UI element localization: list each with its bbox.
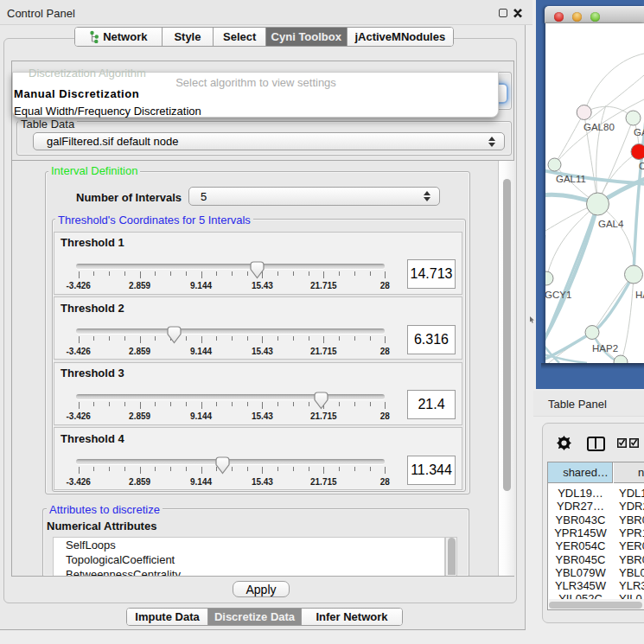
svg-text:GAL80: GAL80 (583, 122, 615, 132)
svg-text:HAP4: HAP4 (635, 290, 644, 300)
svg-text:GAL4: GAL4 (634, 127, 644, 137)
svg-text:GAL11: GAL11 (556, 174, 586, 184)
svg-text:GCY1: GCY1 (545, 290, 571, 300)
svg-text:HAP2: HAP2 (592, 343, 618, 354)
svg-text:C: C (639, 161, 644, 171)
svg-text:GAL4: GAL4 (598, 219, 624, 229)
